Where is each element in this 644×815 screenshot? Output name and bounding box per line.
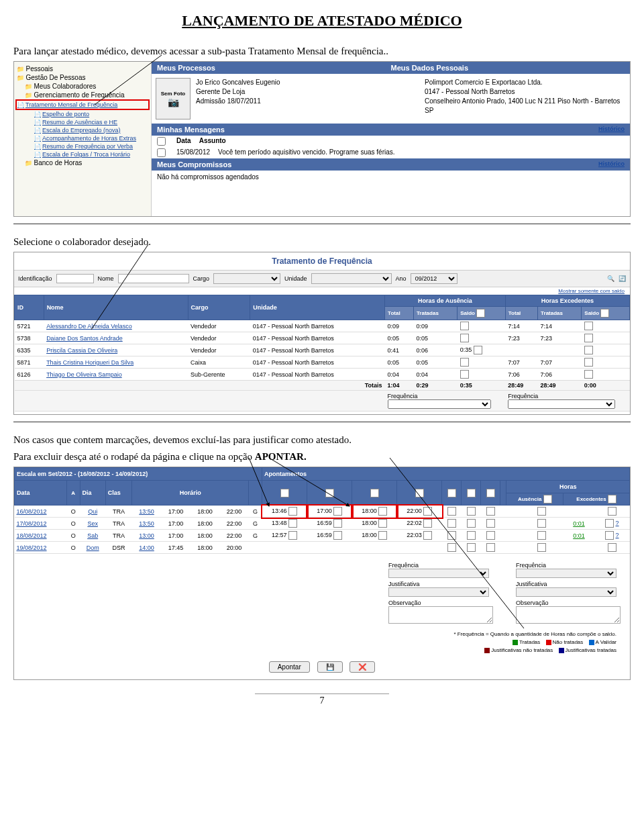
header-bar: Meus Processos Meus Dados Pessoais xyxy=(152,62,630,74)
lbl-obs1: Observação xyxy=(388,600,489,606)
save-icon-button[interactable]: 💾 xyxy=(317,661,343,673)
msg-h-assunto: Assunto xyxy=(199,137,226,146)
txt-obs1[interactable] xyxy=(388,606,493,624)
escala-title: Escala em Set/2012 - (16/08/2012 - 14/09… xyxy=(15,468,262,481)
mensagens-historico-link[interactable]: Histórico xyxy=(598,126,625,132)
nav-pessoais[interactable]: Pessoais xyxy=(15,64,150,73)
bottom-panel: Frequência Justificativa Observação Freq… xyxy=(14,554,630,628)
filter-nome[interactable] xyxy=(118,274,189,283)
nav-gestao[interactable]: Gestão De Pessoas xyxy=(15,73,150,82)
doc-paragraph-2: Selecione o colaborador desejado. xyxy=(13,236,631,248)
filter-cargo[interactable] xyxy=(213,273,280,284)
header-dados: Meus Dados Pessoais xyxy=(391,64,469,72)
nav-escala-folgas[interactable]: Escala de Folgas / Troca Horário xyxy=(15,150,150,158)
legend: * Frequência = Quando a quantidade de Ho… xyxy=(14,628,630,657)
msg-select-all[interactable] xyxy=(157,137,166,146)
freq-exc-select[interactable] xyxy=(508,399,614,409)
escala-row[interactable]: 18/08/2012OSabTRA13:0017:0018:0022:00G12… xyxy=(15,530,630,542)
header-processos: Meus Processos xyxy=(157,64,391,72)
doc-title: LANÇAMENTO DE ATESTADO MÉDICO xyxy=(13,12,631,30)
search-icon[interactable]: 🔍 xyxy=(607,275,614,282)
escala-row[interactable]: 17/08/2012OSexTRA13:5017:0018:0022:00G13… xyxy=(15,518,630,530)
tot-e-t: 28:49 xyxy=(505,381,537,391)
lbl-just2: Justificativa xyxy=(516,581,616,587)
tot-e-tr: 28:49 xyxy=(538,381,582,391)
page-number: 7 xyxy=(255,693,389,706)
lbl-ano: Ano xyxy=(396,275,407,282)
nav-espelho-ponto[interactable]: Espelho de ponto xyxy=(15,110,150,118)
emp-cargo: Gerente De Loja xyxy=(196,87,280,97)
apontar-button[interactable]: Apontar xyxy=(269,661,310,673)
escala-row[interactable]: 19/08/2012ODomDSR14:0017:4518:0020:00 xyxy=(15,542,630,554)
emp-nome: Jo Erico Goncalves Eugenio xyxy=(196,78,280,87)
lbl-freq1: Frequência xyxy=(388,562,489,569)
msg-row-check[interactable] xyxy=(157,148,166,157)
screenshot-tratamento-freq: Tratamento de Frequência Identificação N… xyxy=(13,252,631,415)
th-data: Data xyxy=(15,481,67,506)
apontar-word: APONTAR. xyxy=(255,451,307,462)
lbl-nome: Nome xyxy=(98,275,114,282)
filter-ident[interactable] xyxy=(56,274,94,283)
th-a: A xyxy=(66,481,80,506)
table-row[interactable]: 5738Daiane Dos Santos AndradeVendedor014… xyxy=(15,332,630,344)
th-horas: Horas xyxy=(506,481,630,493)
sel-just2[interactable] xyxy=(516,587,616,597)
mostrar-saldo-link[interactable]: Mostrar somente com saldo xyxy=(14,287,630,295)
compromissos-historico-link[interactable]: Histórico xyxy=(598,160,625,167)
colaboradores-table: ID Nome Cargo Unidade Horas de Ausência … xyxy=(14,295,630,412)
photo-label: Sem Foto xyxy=(161,91,185,97)
compromissos-header: Meus Compromissos Histórico xyxy=(152,158,630,171)
table-row[interactable]: 5871Thais Cristina Horigueri Da SilvaCai… xyxy=(15,356,630,369)
th-exced2: Excedentes xyxy=(564,493,630,506)
nav-escala-empregado[interactable]: Escala do Empregado (nova) xyxy=(15,126,150,134)
th-unidade[interactable]: Unidade xyxy=(250,295,385,320)
escala-row[interactable]: 16/08/2012OQuiTRA13:5017:0018:0022:00G13… xyxy=(15,506,630,518)
txt-obs2[interactable] xyxy=(516,606,621,624)
msg-row-assunto: Você tem período aquisitivo vencido. Pro… xyxy=(218,148,394,157)
nav-resumo-freq-verba[interactable]: Resumo de Frequência por Verba xyxy=(15,142,150,150)
th-cargo[interactable]: Cargo xyxy=(188,295,250,320)
delete-icon-button[interactable]: ❌ xyxy=(350,661,375,673)
camera-icon: 📷 xyxy=(168,97,179,107)
doc-paragraph-1: Para lançar atestado médico, devemos ace… xyxy=(13,46,631,57)
th-nome[interactable]: Nome xyxy=(44,295,188,320)
th-horario: Horário xyxy=(132,481,249,506)
sel-just1[interactable] xyxy=(388,587,489,597)
freq-aus-select[interactable] xyxy=(388,399,492,409)
compromissos-none: Não há compromissos agendados xyxy=(152,171,630,183)
table-row[interactable]: 5721Alessandro De Almeida VelascoVendedo… xyxy=(15,320,630,332)
th-e-total: Total xyxy=(505,307,537,320)
nav-tratamento-mensal[interactable]: Tratamento Mensal de Frequência xyxy=(15,99,150,110)
table-row[interactable]: 6335Priscila Cassia De OliveiraVendedor0… xyxy=(15,344,630,356)
lbl-freq2: Frequência xyxy=(516,562,616,569)
tot-a-s: 0:35 xyxy=(458,381,506,391)
screen-title-tratamento: Tratamento de Frequência xyxy=(14,252,630,270)
company-info: Polimport Comercio E Exportacao Ltda. 01… xyxy=(425,78,626,119)
apont-title: Apontamentos xyxy=(262,468,630,481)
nav-banco-horas[interactable]: Banco de Horas xyxy=(15,158,150,167)
msg-row[interactable]: 15/08/2012 Você tem período aquisitivo v… xyxy=(152,147,630,158)
tot-e-s: 0:00 xyxy=(582,381,630,391)
msg-row-data: 15/08/2012 xyxy=(176,148,210,157)
sel-freq2[interactable] xyxy=(516,569,616,578)
tot-a-t: 1:04 xyxy=(385,381,414,391)
nav-meus-colaboradores[interactable]: Meus Colaboradores xyxy=(15,82,150,91)
nav-acompanhamento-he[interactable]: Acompanhamento de Horas Extras xyxy=(15,134,150,142)
th-id[interactable]: ID xyxy=(15,295,44,320)
totais-label: Totais xyxy=(15,381,385,391)
emp-empresa: Polimport Comercio E Exportacao Ltda. xyxy=(425,78,626,87)
doc-paragraph-3a: Nos casos que contem marcações, devemos … xyxy=(13,434,631,446)
msg-h-data: Data xyxy=(176,137,191,146)
emp-endereco: Conselheiro Antonio Prado, 1400 Luc N 21… xyxy=(425,97,626,115)
th-e-saldo: Saldo xyxy=(582,307,630,320)
nav-resumo-ausencias[interactable]: Resumo de Ausências e HE xyxy=(15,118,150,126)
filter-ano[interactable]: 09/2012 xyxy=(411,273,458,284)
refresh-icon[interactable]: 🔄 xyxy=(619,275,626,282)
nav-tree: Pessoais Gestão De Pessoas Meus Colabora… xyxy=(14,62,152,216)
table-row[interactable]: 6126Thiago De Oliveira SampaioSub-Gerent… xyxy=(15,369,630,381)
employee-info: Jo Erico Goncalves Eugenio Gerente De Lo… xyxy=(196,78,280,119)
nav-gerenciamento-freq[interactable]: Gerenciamento de Frequência xyxy=(15,91,150,99)
sel-freq1[interactable] xyxy=(388,569,489,578)
filter-unidade[interactable] xyxy=(311,273,392,284)
th-dia: Dia xyxy=(80,481,105,506)
